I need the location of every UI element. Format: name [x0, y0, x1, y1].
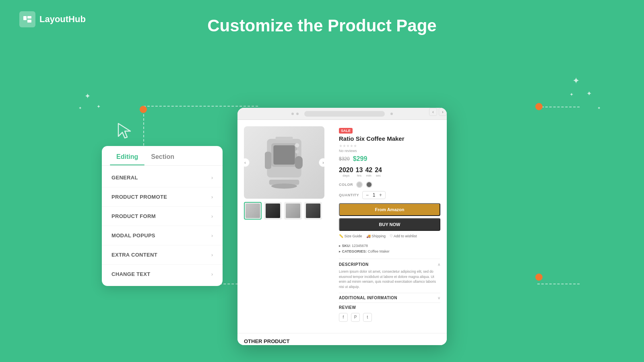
tab-editing[interactable]: Editing [110, 153, 144, 165]
countdown-min: 42 min [365, 167, 372, 177]
thumbnail-4[interactable] [304, 202, 322, 220]
panel-item-product-promote-arrow: › [211, 194, 213, 200]
action-links: 📏 Size Guide 🚚 Shipping ♡ Add to wishlis… [339, 234, 440, 238]
next-image-button[interactable]: › [319, 158, 324, 167]
countdown-sec: 24 sec [375, 167, 382, 177]
countdown-sec-label: sec [375, 174, 382, 177]
description-body: Lorem ipsum dolor sit amet, consectetur … [339, 269, 440, 290]
description-header: DESCRIPTION ∧ [339, 262, 440, 267]
other-products-section: OTHER PRODUCT Other Product Picked For Y… [237, 333, 447, 345]
panel-item-change-text-label: CHANGE TEXT [111, 271, 150, 277]
other-products-title: OTHER PRODUCT [244, 338, 292, 344]
browser-dot-2 [296, 113, 299, 115]
svg-point-12 [295, 143, 299, 148]
svg-rect-6 [273, 145, 295, 165]
main-content: ✦ ✦ ✦ ✦ ✦ ✦ ✦ Editing Section GENERAL › [0, 43, 644, 333]
thumbnail-1[interactable] [244, 202, 262, 220]
price-original: $320 [339, 156, 350, 162]
action-shipping[interactable]: 🚚 Shipping [366, 234, 386, 238]
description-title: DESCRIPTION [339, 262, 369, 267]
additional-info-header: ADDITIONAL INFORMATION ∨ [339, 293, 440, 300]
panel-item-change-text[interactable]: CHANGE TEXT › [102, 265, 223, 284]
sparkle-1: ✦ [85, 92, 91, 101]
svg-rect-1 [27, 16, 31, 19]
cursor-arrow [117, 122, 135, 142]
quantity-label: QUANTITY [339, 193, 359, 197]
price-sale: $299 [353, 155, 367, 162]
logo-icon [19, 11, 35, 27]
price-row: $320 $299 [339, 155, 440, 162]
additional-info-toggle[interactable]: ∨ [438, 296, 440, 300]
browser-content: ‹ [237, 120, 447, 345]
other-products-titles: OTHER PRODUCT Other Product Picked For Y… [244, 338, 292, 345]
logo: LayoutHub [19, 11, 86, 27]
dashed-line-h-top-right [537, 107, 580, 107]
panel-item-modal-popups-label: MODAL POPUPS [111, 232, 155, 239]
btn-buy-now[interactable]: BUY NOW [339, 218, 440, 231]
panel-item-modal-popups-arrow: › [211, 233, 213, 239]
panel-item-product-form-arrow: › [211, 214, 213, 219]
prev-image-button[interactable]: ‹ [244, 158, 250, 167]
browser-url-bar [304, 111, 385, 117]
browser-bar [237, 108, 447, 120]
additional-info-title: ADDITIONAL INFORMATION [339, 296, 397, 300]
product-stars: ★★★★★ [339, 144, 440, 148]
svg-point-10 [271, 183, 297, 189]
countdown-sec-num: 24 [375, 167, 382, 174]
panel-item-product-form[interactable]: PRODUCT FORM › [102, 207, 223, 226]
tab-section[interactable]: Section [144, 153, 181, 165]
product-sku: ▸ SKU: 12345678 [339, 243, 440, 249]
product-image-svg [256, 130, 312, 195]
review-header: REVIEW [339, 302, 440, 310]
panel-item-general-arrow: › [211, 175, 213, 181]
description-section: DESCRIPTION ∧ Lorem ipsum dolor sit amet… [339, 259, 440, 322]
svg-point-13 [295, 150, 299, 154]
sparkle-7: ✦ [597, 106, 601, 110]
sparkle-6: ✦ [570, 92, 574, 97]
page-header: Customize the Product Page [0, 0, 644, 35]
page-title: Customize the Product Page [207, 16, 436, 35]
action-size-guide[interactable]: 📏 Size Guide [339, 234, 362, 238]
logo-text: LayoutHub [39, 14, 86, 25]
logo-svg [23, 14, 32, 24]
svg-rect-7 [265, 152, 271, 169]
facebook-icon[interactable]: f [339, 313, 348, 322]
panel-item-general[interactable]: GENERAL › [102, 168, 223, 187]
panel-item-extra-content-label: EXTRA CONTENT [111, 252, 157, 258]
panel-item-modal-popups[interactable]: MODAL POPUPS › [102, 226, 223, 245]
panel-tabs: Editing Section [102, 146, 223, 166]
description-toggle[interactable]: ∧ [438, 262, 440, 267]
browser-mockup: ‹ [237, 108, 447, 345]
other-products-header: OTHER PRODUCT Other Product Picked For Y… [244, 338, 440, 345]
color-swatch-silver[interactable] [356, 181, 363, 188]
twitter-icon[interactable]: t [363, 313, 372, 322]
btn-amazon[interactable]: From Amazon [339, 203, 440, 216]
action-wishlist[interactable]: ♡ Add to wishlist [390, 234, 417, 238]
color-row: COLOR [339, 181, 440, 188]
quantity-decrease[interactable]: − [366, 192, 369, 198]
panel-item-product-promote[interactable]: PRODUCT PROMOTE › [102, 187, 223, 207]
panel-item-change-text-arrow: › [211, 272, 213, 277]
countdown-min-num: 42 [365, 167, 372, 174]
countdown: 2020 days 13 hrs 42 min 24 [339, 167, 440, 177]
panel-item-general-label: GENERAL [111, 175, 138, 181]
thumbnail-3[interactable] [284, 202, 302, 220]
countdown-hrs-label: hrs [356, 174, 363, 177]
thumbnail-2[interactable] [264, 202, 282, 220]
countdown-days-label: days [339, 174, 353, 177]
pinterest-icon[interactable]: P [351, 313, 360, 322]
sparkle-5: ✦ [586, 90, 592, 97]
quantity-row: QUANTITY − 1 + [339, 191, 440, 199]
sale-badge: SALE [339, 128, 353, 134]
panel-item-product-promote-label: PRODUCT PROMOTE [111, 194, 167, 200]
quantity-controls: − 1 + [362, 191, 386, 199]
quantity-increase[interactable]: + [379, 192, 382, 198]
sparkle-4: ✦ [572, 76, 580, 86]
panel-item-extra-content[interactable]: EXTRA CONTENT › [102, 245, 223, 265]
sparkle-2: ✦ [97, 104, 101, 109]
connector-dot-bottom-right [535, 274, 543, 281]
product-main: ‹ [237, 120, 447, 333]
panel-item-extra-content-arrow: › [211, 252, 213, 258]
color-swatch-dark[interactable] [366, 181, 372, 188]
countdown-days: 2020 days [339, 167, 353, 177]
